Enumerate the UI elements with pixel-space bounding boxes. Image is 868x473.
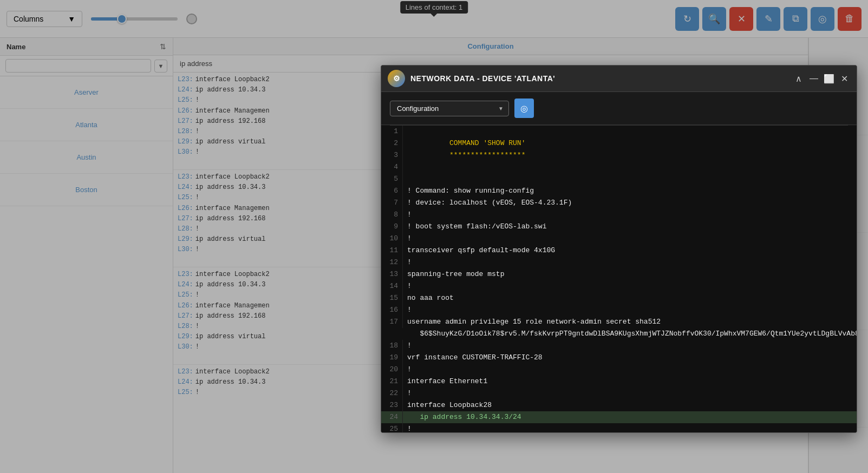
code-line-11: 11 transceiver qsfp default-mode 4x10G [381, 245, 857, 257]
code-line-6: 6 ! Command: show running-config [381, 185, 857, 197]
code-line-19: 19 vrf instance CUSTOMER-TRAFFIC-28 [381, 352, 857, 364]
code-line-5: 5 [381, 173, 857, 185]
code-line-17b: $6$ShuyKzG/D1oOik78$rv5.M/fskKvrpPT9gntd… [381, 328, 857, 340]
code-line-3: 3 ****************** [381, 149, 857, 161]
code-line-10: 10 ! [381, 233, 857, 245]
code-line-21: 21 interface Ethernet1 [381, 376, 857, 387]
code-line-7: 7 ! device: localhost (vEOS, EOS-4.23.1F… [381, 197, 857, 209]
modal-config-select[interactable]: Configuration Interfaces BGP OSPF [390, 101, 509, 116]
code-line-17: 17 username admin privilege 15 role netw… [381, 316, 857, 328]
modal-collapse-button[interactable]: ∧ [793, 73, 805, 84]
code-line-14: 14 ! [381, 280, 857, 292]
code-line-13: 13 spanning-tree mode mstp [381, 268, 857, 280]
modal-icon: ⚙ [388, 70, 405, 87]
modal-target-button[interactable]: ◎ [514, 98, 534, 118]
code-line-2: 2 COMMAND 'SHOW RUN' [381, 137, 857, 149]
network-data-modal: ⚙ NETWORK DATA - DEVICE 'ATLANTA' ∧ — ⬜ … [381, 65, 857, 433]
modal-maximize-button[interactable]: ⬜ [823, 73, 835, 84]
code-line-15: 15 no aaa root [381, 292, 857, 304]
code-line-9: 9 ! boot system flash:/vEOS-lab.swi [381, 221, 857, 233]
modal-select-wrapper: Configuration Interfaces BGP OSPF [390, 101, 509, 116]
code-line-12: 12 ! [381, 257, 857, 268]
code-line-4: 4 [381, 161, 857, 173]
modal-minimize-button[interactable]: — [808, 73, 820, 84]
modal-close-button[interactable]: ✕ [838, 73, 850, 84]
code-line-8: 8 ! [381, 209, 857, 221]
modal-toolbar: Configuration Interfaces BGP OSPF ◎ [381, 92, 857, 125]
target-icon: ◎ [520, 103, 528, 114]
gear-icon: ⚙ [393, 74, 400, 83]
code-line-20: 20 ! [381, 364, 857, 376]
code-line-24: 24 ip address 10.34.34.3/24 [381, 411, 857, 423]
modal-window-buttons: ∧ — ⬜ ✕ [793, 73, 850, 84]
code-line-18: 18 ! [381, 340, 857, 352]
modal-titlebar: ⚙ NETWORK DATA - DEVICE 'ATLANTA' ∧ — ⬜ … [381, 65, 857, 92]
modal-overlay: ⚙ NETWORK DATA - DEVICE 'ATLANTA' ∧ — ⬜ … [0, 0, 868, 473]
code-line-23: 23 interface Loopback28 [381, 399, 857, 411]
code-line-25: 25 ! [381, 423, 857, 432]
code-block: 1 2 COMMAND 'SHOW RUN' 3 ***************… [381, 126, 857, 432]
code-line-1: 1 [381, 126, 857, 137]
modal-title: NETWORK DATA - DEVICE 'ATLANTA' [410, 74, 787, 83]
code-line-16: 16 ! [381, 304, 857, 316]
modal-code-content[interactable]: 1 2 COMMAND 'SHOW RUN' 3 ***************… [381, 126, 857, 432]
code-line-22: 22 ! [381, 387, 857, 399]
